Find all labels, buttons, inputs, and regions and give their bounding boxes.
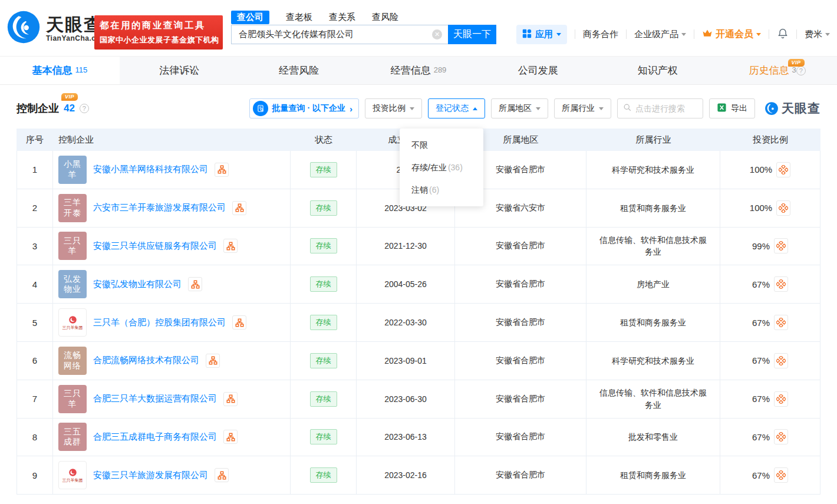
open-membership-button[interactable]: 开通会员 bbox=[702, 28, 761, 41]
equity-structure-icon[interactable] bbox=[215, 468, 229, 482]
user-menu[interactable]: 费米 bbox=[805, 29, 830, 40]
equity-structure-icon[interactable] bbox=[223, 392, 238, 406]
help-icon[interactable]: ? bbox=[80, 104, 89, 113]
dropdown-option-cancelled[interactable]: 注销(6) bbox=[400, 179, 483, 201]
company-name-link[interactable]: 合肥三只羊大数据运营有限公司 bbox=[93, 393, 217, 404]
search-tab-company[interactable]: 查公司 bbox=[231, 11, 269, 24]
equity-penetration-icon[interactable] bbox=[774, 353, 788, 368]
table-row: 9 三只羊集团 安徽三只羊旅游发展有限公司 存续 2023-02-16 安徽省合… bbox=[17, 456, 820, 495]
equity-structure-icon[interactable] bbox=[232, 315, 246, 330]
chevron-up-icon bbox=[473, 107, 477, 110]
tab-intellectual-property[interactable]: 知识产权 bbox=[598, 57, 717, 84]
company-logo[interactable]: 弘发物业 bbox=[58, 270, 87, 298]
search-tab-relation[interactable]: 查关系 bbox=[329, 12, 355, 23]
status-badge: 存续 bbox=[310, 315, 337, 330]
equity-structure-icon[interactable] bbox=[206, 354, 220, 368]
company-logo[interactable]: 三只羊 bbox=[58, 385, 87, 413]
equity-structure-icon[interactable] bbox=[223, 239, 238, 253]
filter-region[interactable]: 所属地区 bbox=[491, 98, 548, 118]
equity-penetration-icon[interactable] bbox=[774, 467, 788, 483]
excel-icon bbox=[717, 103, 727, 114]
equity-penetration-icon[interactable] bbox=[774, 391, 788, 407]
list-search-input[interactable] bbox=[635, 104, 697, 113]
clear-search-icon[interactable]: ✕ bbox=[432, 29, 442, 39]
tab-basic-info[interactable]: 基本信息 115 bbox=[0, 57, 120, 84]
vip-badge: VIP bbox=[61, 93, 78, 101]
search-input[interactable] bbox=[231, 25, 448, 44]
chevron-down-icon bbox=[756, 33, 761, 36]
apps-menu[interactable]: 应用 bbox=[516, 25, 567, 44]
search-tab-boss[interactable]: 查老板 bbox=[286, 12, 312, 23]
dropdown-option-active[interactable]: 存续/在业(36) bbox=[400, 156, 483, 179]
chevron-down-icon bbox=[599, 107, 604, 110]
status-badge: 存续 bbox=[310, 238, 337, 253]
export-button[interactable]: 导出 bbox=[709, 98, 755, 118]
company-name-link[interactable]: 三只羊（合肥）控股集团有限公司 bbox=[93, 317, 226, 328]
company-name-link[interactable]: 安徽三只羊旅游发展有限公司 bbox=[93, 470, 208, 481]
row-index: 5 bbox=[17, 304, 53, 341]
company-logo[interactable]: 三只羊 bbox=[58, 232, 87, 260]
equity-penetration-icon[interactable] bbox=[776, 200, 790, 216]
app-grid-icon bbox=[522, 29, 532, 40]
nav-cooperation[interactable]: 商务合作 bbox=[583, 29, 618, 40]
search-button[interactable]: 天眼一下 bbox=[448, 25, 496, 44]
established-date: 2023-09-01 bbox=[357, 342, 455, 380]
status-badge: 存续 bbox=[310, 353, 337, 368]
invest-ratio: 67% bbox=[752, 355, 770, 365]
invest-ratio: 100% bbox=[750, 203, 772, 213]
batch-query-button[interactable]: 批量查询 · 以下企业 › bbox=[249, 98, 359, 118]
nav-enterprise[interactable]: 企业级产品 bbox=[634, 29, 686, 40]
company-name-link[interactable]: 安徽三只羊供应链服务有限公司 bbox=[93, 241, 217, 252]
tianyancha-eye-icon bbox=[6, 9, 41, 47]
company-name-link[interactable]: 安徽小黑羊网络科技有限公司 bbox=[93, 164, 208, 175]
status-badge: 存续 bbox=[310, 429, 337, 444]
equity-structure-icon[interactable] bbox=[223, 430, 238, 444]
divider bbox=[626, 29, 627, 39]
search-icon bbox=[623, 103, 632, 114]
company-logo[interactable]: 三只羊集团 bbox=[58, 461, 87, 489]
table-row: 4 弘发物业 安徽弘发物业有限公司 存续 2004-05-26 安徽省合肥市 房… bbox=[17, 265, 820, 304]
company-name-link[interactable]: 安徽弘发物业有限公司 bbox=[93, 279, 182, 290]
chevron-down-icon bbox=[536, 107, 541, 110]
divider bbox=[694, 29, 694, 39]
notification-bell-icon[interactable] bbox=[777, 27, 789, 42]
company-logo[interactable]: 小黑羊 bbox=[58, 156, 87, 184]
tab-legal[interactable]: 法律诉讼 bbox=[120, 57, 239, 84]
company-profile-tabs: 基本信息 115 法律诉讼 经营风险 经营信息 289 公司发展 知识产权 历史… bbox=[0, 56, 837, 85]
divider bbox=[769, 29, 769, 39]
equity-penetration-icon[interactable] bbox=[774, 238, 788, 253]
company-logo[interactable]: 三只羊集团 bbox=[58, 308, 87, 337]
company-logo[interactable]: 三羊开泰 bbox=[58, 194, 87, 222]
banner-line1: 都在用的商业查询工具 bbox=[100, 19, 218, 32]
table-row: 8 三五成群 合肥三五成群电子商务有限公司 存续 2023-06-13 安徽省合… bbox=[17, 419, 820, 457]
equity-structure-icon[interactable] bbox=[232, 201, 246, 215]
list-search-box[interactable] bbox=[617, 98, 703, 118]
equity-structure-icon[interactable] bbox=[215, 163, 229, 177]
help-icon[interactable]: ? bbox=[796, 66, 806, 75]
tab-company-development[interactable]: 公司发展 bbox=[478, 57, 598, 84]
filter-registration-status[interactable]: 登记状态 bbox=[428, 98, 485, 118]
company-name-link[interactable]: 合肥三五成群电子商务有限公司 bbox=[93, 431, 217, 443]
filter-invest-ratio[interactable]: 投资比例 bbox=[365, 98, 422, 118]
invest-ratio: 99% bbox=[752, 241, 770, 251]
tab-operation-info[interactable]: 经营信息 289 bbox=[359, 57, 479, 84]
tab-history-info[interactable]: 历史信息 3 ? VIP bbox=[717, 57, 837, 84]
chevron-right-icon: › bbox=[350, 104, 352, 114]
company-logo[interactable]: 三五成群 bbox=[58, 423, 87, 451]
equity-structure-icon[interactable] bbox=[188, 277, 202, 291]
status-badge: 存续 bbox=[310, 391, 337, 407]
company-logo[interactable]: 流畅网络 bbox=[58, 347, 87, 375]
tianyancha-logo[interactable]: 天眼查 TianYanCha.com bbox=[6, 9, 107, 47]
established-date: 2021-12-30 bbox=[357, 228, 455, 265]
company-name-link[interactable]: 六安市三羊开泰旅游发展有限公司 bbox=[93, 202, 226, 213]
search-tab-risk[interactable]: 查风险 bbox=[372, 12, 398, 23]
equity-penetration-icon[interactable] bbox=[774, 276, 788, 292]
equity-penetration-icon[interactable] bbox=[774, 315, 788, 330]
dropdown-option-all[interactable]: 不限 bbox=[400, 134, 483, 156]
filter-industry[interactable]: 所属行业 bbox=[554, 98, 611, 118]
tab-operation-risk[interactable]: 经营风险 bbox=[239, 57, 359, 84]
equity-penetration-icon[interactable] bbox=[774, 429, 788, 444]
region: 安徽省合肥市 bbox=[455, 265, 586, 303]
equity-penetration-icon[interactable] bbox=[776, 162, 790, 177]
company-name-link[interactable]: 合肥流畅网络技术有限公司 bbox=[93, 355, 199, 366]
